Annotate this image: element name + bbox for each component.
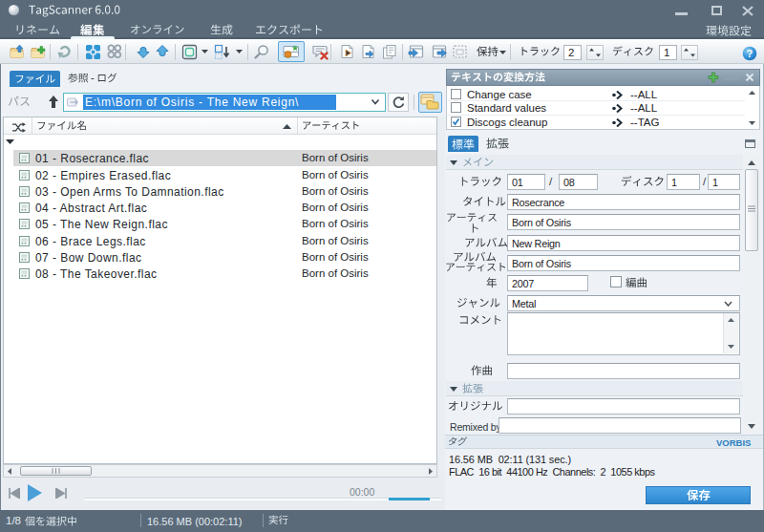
svg-text:?: ?	[747, 48, 753, 59]
